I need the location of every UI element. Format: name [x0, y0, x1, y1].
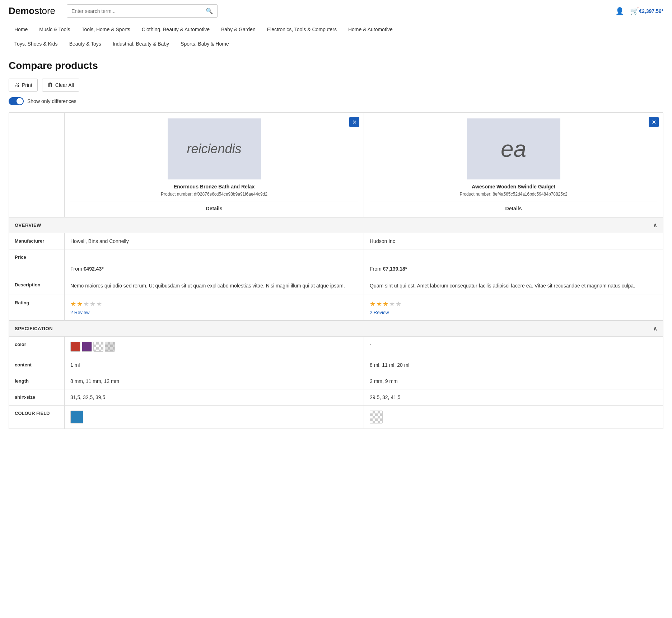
- product-number-1: Product number: df02876e6cd54ce98b9a91f6…: [70, 192, 358, 197]
- nav-item-industrial[interactable]: Industrial, Beauty & Baby: [107, 37, 175, 51]
- length-value-2: 2 mm, 9 mm: [364, 373, 663, 389]
- product-name-2: Awesome Wooden Swindle Gadget: [370, 184, 657, 189]
- colour-swatch-blue-1[interactable]: [70, 411, 83, 423]
- account-button[interactable]: 👤: [615, 7, 624, 15]
- nav-item-tools-home-sports[interactable]: Tools, Home & Sports: [76, 22, 136, 37]
- review-link-2[interactable]: 2 Review: [370, 310, 389, 315]
- nav-item-beauty-toys[interactable]: Beauty & Toys: [64, 37, 107, 51]
- description-row: Description Nemo maiores qui odio sed re…: [9, 277, 663, 295]
- nav-item-toys-shoes[interactable]: Toys, Shoes & Kids: [9, 37, 64, 51]
- swatch-gray-checker[interactable]: [105, 342, 115, 352]
- stars-1: ★ ★ ★ ★ ★: [70, 300, 358, 308]
- toggle-slider: [9, 97, 24, 105]
- nav-item-home-automotive[interactable]: Home & Automotive: [342, 22, 398, 37]
- overview-section-header: OVERVIEW ∧: [9, 217, 663, 233]
- star-2-3: ★: [383, 300, 388, 308]
- rating-label: Rating: [9, 295, 65, 320]
- details-link-2[interactable]: Details: [370, 201, 657, 211]
- manufacturer-value-1: Howell, Bins and Connelly: [65, 233, 364, 249]
- trash-icon: 🗑: [47, 82, 53, 88]
- color-row: color -: [9, 337, 663, 357]
- product-image-2: ea: [467, 118, 560, 179]
- length-label: length: [9, 373, 65, 389]
- star-1-1: ★: [70, 300, 76, 308]
- stars-2: ★ ★ ★ ★ ★: [370, 300, 657, 308]
- cart-price: €2,397.56*: [639, 8, 663, 14]
- star-1-5: ★: [96, 300, 102, 308]
- overview-collapse-button[interactable]: ∧: [653, 222, 658, 229]
- price-amount-2: €7,139.18*: [383, 266, 407, 272]
- star-2-2: ★: [376, 300, 382, 308]
- logo: Demostore: [9, 5, 55, 17]
- colour-field-label: COLOUR FIELD: [9, 406, 65, 429]
- nav-item-baby-garden[interactable]: Baby & Garden: [215, 22, 261, 37]
- content-label: content: [9, 357, 65, 373]
- content-value-2: 8 ml, 11 ml, 20 ml: [364, 357, 663, 373]
- nav-item-electronics[interactable]: Electronics, Tools & Computers: [261, 22, 342, 37]
- product-name-1: Enormous Bronze Bath and Relax: [70, 184, 358, 189]
- remove-product-1-button[interactable]: ✕: [349, 117, 359, 127]
- colour-field-value-1: [65, 406, 364, 429]
- description-value-1: Nemo maiores qui odio sed rerum. Ut quib…: [65, 277, 364, 295]
- details-link-1[interactable]: Details: [70, 201, 358, 211]
- length-row: length 8 mm, 11 mm, 12 mm 2 mm, 9 mm: [9, 373, 663, 389]
- page-title: Compare products: [9, 60, 663, 71]
- star-2-5: ★: [396, 300, 401, 308]
- star-1-3: ★: [83, 300, 89, 308]
- swatch-checkerboard[interactable]: [93, 342, 103, 352]
- rating-value-1: ★ ★ ★ ★ ★ 2 Review: [65, 295, 364, 320]
- product-card-2: ✕ ea Awesome Wooden Swindle Gadget Produ…: [364, 113, 663, 217]
- differences-toggle[interactable]: [9, 97, 24, 105]
- logo-bold: Demo: [9, 5, 34, 16]
- print-button[interactable]: 🖨 Print: [9, 79, 38, 92]
- manufacturer-label: Manufacturer: [9, 233, 65, 249]
- swatch-purple[interactable]: [82, 342, 92, 352]
- shirt-size-value-2: 29,5, 32, 41,5: [364, 389, 663, 405]
- price-from-1: From: [70, 266, 84, 272]
- logo-light: store: [34, 5, 55, 16]
- nav-item-home[interactable]: Home: [9, 22, 33, 37]
- nav-item-music-tools[interactable]: Music & Tools: [33, 22, 76, 37]
- clear-all-label: Clear All: [55, 82, 74, 88]
- swatch-red[interactable]: [70, 342, 80, 352]
- nav-item-sports-baby[interactable]: Sports, Baby & Home: [175, 37, 235, 51]
- shirt-size-row: shirt-size 31,5, 32,5, 39,5 29,5, 32, 41…: [9, 389, 663, 406]
- review-link-1[interactable]: 2 Review: [70, 310, 89, 315]
- shirt-size-value-1: 31,5, 32,5, 39,5: [65, 389, 364, 405]
- product-image-text-2: ea: [501, 136, 526, 162]
- navigation: HomeMusic & ToolsTools, Home & SportsClo…: [0, 22, 672, 51]
- remove-product-2-button[interactable]: ✕: [649, 117, 659, 127]
- toolbar: 🖨 Print 🗑 Clear All: [9, 79, 663, 92]
- price-value-1: From €492.43*: [65, 249, 364, 277]
- color-value-1: [65, 337, 364, 357]
- clear-all-button[interactable]: 🗑 Clear All: [42, 79, 79, 92]
- compare-area: ✕ reiciendis Enormous Bronze Bath and Re…: [9, 112, 663, 429]
- search-button[interactable]: 🔍: [201, 5, 217, 17]
- header: Demostore 🔍 👤 🛒 €2,397.56*: [0, 0, 672, 22]
- search-input[interactable]: [67, 5, 201, 17]
- nav-item-clothing-beauty[interactable]: Clothing, Beauty & Automotive: [136, 22, 215, 37]
- toggle-label: Show only differences: [27, 98, 76, 104]
- content-row: content 1 ml 8 ml, 11 ml, 20 ml: [9, 357, 663, 373]
- rating-value-2: ★ ★ ★ ★ ★ 2 Review: [364, 295, 663, 320]
- overview-label: OVERVIEW: [15, 223, 41, 228]
- specification-collapse-button[interactable]: ∧: [653, 325, 658, 332]
- star-1-4: ★: [90, 300, 95, 308]
- product-image-1: reiciendis: [168, 118, 261, 179]
- price-from-2: From: [370, 266, 383, 272]
- manufacturer-value-2: Hudson Inc: [364, 233, 663, 249]
- colour-swatch-checker-2[interactable]: [370, 411, 383, 423]
- colour-swatches-1: [70, 411, 358, 423]
- price-amount-1: €492.43*: [84, 266, 104, 272]
- price-value-2: From €7,139.18*: [364, 249, 663, 277]
- product-number-2: Product number: 8ef4a565c52d4a16bdc59484…: [370, 192, 657, 197]
- specification-label: SPECIFICATION: [15, 326, 53, 331]
- product-cards-row: ✕ reiciendis Enormous Bronze Bath and Re…: [9, 113, 663, 217]
- print-icon: 🖨: [14, 82, 20, 88]
- shirt-size-label: shirt-size: [9, 389, 65, 405]
- label-cell-empty: [9, 113, 65, 217]
- description-label: Description: [9, 277, 65, 295]
- price-label: Price: [9, 249, 65, 277]
- header-icons: 👤 🛒 €2,397.56*: [615, 7, 663, 15]
- cart-button[interactable]: 🛒 €2,397.56*: [630, 7, 663, 15]
